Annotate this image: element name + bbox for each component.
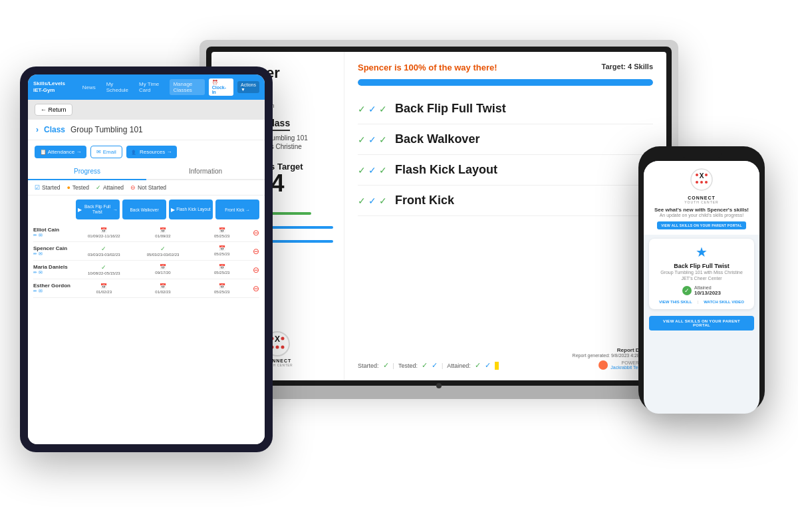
svg-point-11 <box>705 181 708 184</box>
calendar-icon: 📅 <box>194 227 250 233</box>
started-check: ✓ <box>383 361 389 370</box>
resources-btn[interactable]: 👥 Resources → <box>126 146 178 158</box>
attendance-btn[interactable]: 📋 Attendance → <box>35 146 86 158</box>
student-name: Esther Gordon <box>33 283 73 289</box>
tab-information[interactable]: Information <box>146 164 265 179</box>
student-icons: ✏ ✉ <box>33 289 73 294</box>
calendar-icon: 📅 <box>194 245 250 251</box>
svg-text:X: X <box>275 334 280 344</box>
student-dates: 📅 01/09/22-11/16/22 📅 01/09/22 📅 05/25/2… <box>76 227 250 238</box>
table-row: Spencer Cain ✏ ✉ ✓ 03/03/23-03/02/23 <box>33 242 259 261</box>
remove-button[interactable]: ⊖ <box>253 228 259 237</box>
date-cell: 📅 05/25/23 <box>194 227 250 238</box>
check-3: ✓ <box>379 104 387 114</box>
date-cell: 📅 01/02/23 <box>135 283 192 294</box>
phone-sub-brand: YOUTH CENTER <box>650 200 753 204</box>
mail-icon[interactable]: ✉ <box>39 289 43 294</box>
clockin-btn[interactable]: ⏰ Clock-In <box>209 78 233 96</box>
progress-bar-track <box>358 79 653 86</box>
class-name: Group Tumbling 101 <box>70 125 143 134</box>
check-1: ✓ <box>358 134 366 145</box>
tablet-screen: Skills/Levels IET-Gym News My Schedule M… <box>28 74 265 444</box>
legend-started-label: Started <box>42 184 60 191</box>
laptop-screen: Spencer CAIN Contact: Dean Cain Class Gr… <box>211 52 666 380</box>
legend-tested-label: Tested: <box>398 362 418 369</box>
email-btn[interactable]: ✉ Email <box>90 146 122 158</box>
check-3: ✓ <box>379 165 387 176</box>
skill-name: Back Walkover <box>395 132 479 146</box>
legend-tested-label: Tested <box>72 184 89 191</box>
phone-attained: ✓ Attained 10/13/2023 <box>654 285 749 296</box>
legend-not-started: ⊖ Not Started <box>130 184 166 191</box>
skill-name: Back Flip Full Twist <box>395 102 506 116</box>
skill-name: Flash Kick Layout <box>395 163 497 177</box>
view-skills-btn[interactable]: VIEW ALL SKILLS ON YOUR PARENT PORTAL <box>657 221 746 229</box>
tab-progress[interactable]: Progress <box>28 164 146 180</box>
svg-point-9 <box>696 181 698 184</box>
date-cell: ✓ 10/08/22-05/15/23 <box>76 264 132 275</box>
legend-not-started-label: Not Started <box>138 184 166 191</box>
tablet-toolbar: ← Return <box>28 100 265 120</box>
student-info: Spencer Cain ✏ ✉ <box>33 245 73 257</box>
tested-check-2: ✓ <box>432 361 438 370</box>
nav-manage-classes[interactable]: Manage Classes <box>170 79 204 95</box>
svg-point-12 <box>696 174 698 176</box>
nav-brand: Skills/Levels IET-Gym <box>33 80 72 93</box>
actions-btn[interactable]: Actions ▼ <box>237 81 259 93</box>
attained-date: 10/13/2023 <box>694 290 721 296</box>
mail-icon[interactable]: ✉ <box>39 251 43 257</box>
attained-check-1: ✓ <box>475 361 481 370</box>
check-1: ✓ <box>358 104 366 114</box>
nav-schedule[interactable]: My Schedule <box>103 79 132 95</box>
phone-screen: X CONNECT YOUTH CENTER See what's new wi… <box>644 161 759 414</box>
check-2: ✓ <box>368 165 376 176</box>
class-header: › Class Group Tumbling 101 <box>28 120 265 140</box>
legend-attained-label: Attained: <box>447 362 471 369</box>
svg-text:X: X <box>700 172 704 180</box>
scene: Skills/Levels IET-Gym News My Schedule M… <box>0 0 798 532</box>
mail-icon[interactable]: ✉ <box>39 233 43 238</box>
edit-icon[interactable]: ✏ <box>33 289 37 294</box>
date-cell: ✓ 05/03/23-03/02/23 <box>135 245 192 257</box>
skill-col-2: ▶ Flash Kick Layout <box>169 200 213 219</box>
skill-checks: ✓ ✓ ✓ <box>358 165 387 176</box>
check-icon: ✓ <box>76 245 132 252</box>
calendar-icon: 📅 <box>135 227 192 233</box>
remove-button[interactable]: ⊖ <box>253 284 259 293</box>
calendar-icon: 📅 <box>135 264 192 270</box>
student-info: Esther Gordon ✏ ✉ <box>33 283 73 294</box>
check-1: ✓ <box>358 165 366 176</box>
remove-button[interactable]: ⊖ <box>253 247 259 256</box>
edit-icon[interactable]: ✏ <box>33 270 37 275</box>
attained-check-2: ✓ <box>485 361 491 370</box>
remove-button[interactable]: ⊖ <box>253 265 259 275</box>
date-cell: 📅 05/25/23 <box>194 283 250 294</box>
date-cell: 📅 05/25/23 <box>194 264 250 275</box>
check-icon: ✓ <box>135 245 192 252</box>
separator: | <box>442 362 443 369</box>
laptop-camera <box>436 383 442 388</box>
skill-checks: ✓ ✓ ✓ <box>358 196 387 206</box>
watch-video-link[interactable]: WATCH SKILL VIDEO <box>704 300 744 304</box>
student-info: Elliot Cain ✏ ✉ <box>33 227 73 238</box>
student-icons: ✏ ✉ <box>33 270 73 275</box>
separator: | <box>393 362 394 369</box>
view-skill-link[interactable]: VIEW THIS SKILL <box>659 300 692 304</box>
check-2: ✓ <box>368 104 376 114</box>
attained-check-icon: ✓ <box>682 286 692 295</box>
phone-logo: X <box>688 166 715 193</box>
date-cell: 📅 01/09/22-11/16/22 <box>76 227 132 238</box>
phone-bottom-btn[interactable]: VIEW ALL SKILLS ON YOUR PARENT PORTAL <box>649 316 754 331</box>
chevron-icon: › <box>36 125 39 134</box>
mail-icon[interactable]: ✉ <box>39 270 43 275</box>
calendar-icon: 📅 <box>135 283 192 289</box>
nav-timecard[interactable]: My Time Card <box>136 79 166 95</box>
nav-news[interactable]: News <box>79 82 99 92</box>
phone: X CONNECT YOUTH CENTER See what's new wi… <box>638 146 765 412</box>
return-button[interactable]: ← Return <box>35 104 72 116</box>
phone-header: X CONNECT YOUTH CENTER See what's new wi… <box>644 161 759 235</box>
edit-icon[interactable]: ✏ <box>33 251 37 257</box>
phone-logo-area: X <box>650 166 753 193</box>
date-cell: 📅 01/09/22 <box>135 227 192 238</box>
edit-icon[interactable]: ✏ <box>33 233 37 238</box>
